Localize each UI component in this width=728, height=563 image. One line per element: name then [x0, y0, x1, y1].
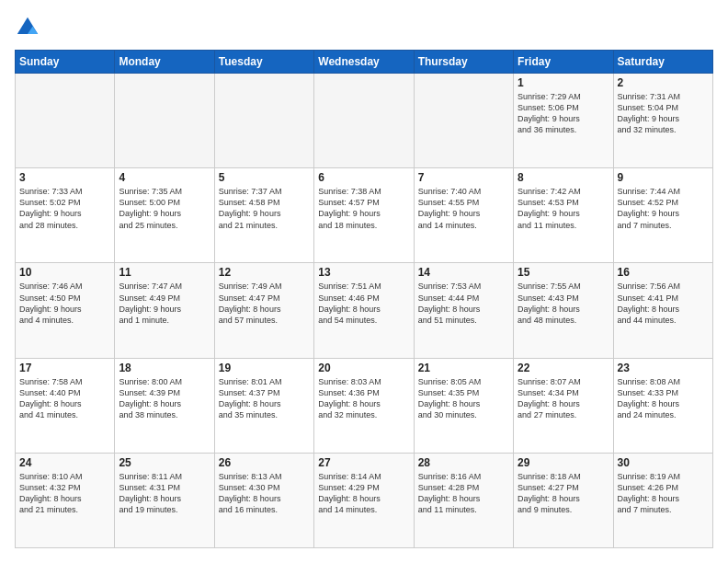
day-info: Sunrise: 8:14 AM Sunset: 4:29 PM Dayligh…: [318, 471, 409, 516]
calendar-week-4: 17Sunrise: 7:58 AM Sunset: 4:40 PM Dayli…: [16, 358, 713, 453]
calendar-week-2: 3Sunrise: 7:33 AM Sunset: 5:02 PM Daylig…: [16, 168, 713, 263]
day-info: Sunrise: 7:29 AM Sunset: 5:06 PM Dayligh…: [518, 91, 609, 136]
calendar-week-1: 1Sunrise: 7:29 AM Sunset: 5:06 PM Daylig…: [16, 74, 713, 168]
day-number: 19: [219, 362, 310, 374]
calendar-cell: 20Sunrise: 8:03 AM Sunset: 4:36 PM Dayli…: [314, 358, 414, 453]
day-number: 4: [119, 171, 210, 184]
calendar-cell: [414, 74, 513, 168]
day-info: Sunrise: 8:10 AM Sunset: 4:32 PM Dayligh…: [19, 471, 110, 516]
calendar-cell: 18Sunrise: 8:00 AM Sunset: 4:39 PM Dayli…: [115, 358, 214, 453]
header: [15, 15, 713, 40]
calendar-cell: 6Sunrise: 7:38 AM Sunset: 4:57 PM Daylig…: [314, 168, 414, 263]
day-info: Sunrise: 8:11 AM Sunset: 4:31 PM Dayligh…: [119, 471, 210, 516]
day-number: 14: [418, 266, 509, 279]
day-number: 29: [518, 456, 609, 469]
day-header-sunday: Sunday: [16, 51, 115, 74]
calendar-cell: 11Sunrise: 7:47 AM Sunset: 4:49 PM Dayli…: [115, 263, 214, 358]
day-info: Sunrise: 7:55 AM Sunset: 4:43 PM Dayligh…: [518, 281, 609, 326]
calendar-cell: [214, 74, 313, 168]
day-info: Sunrise: 7:47 AM Sunset: 4:49 PM Dayligh…: [119, 281, 210, 326]
calendar-cell: [314, 74, 414, 168]
day-number: 25: [119, 456, 210, 469]
calendar-week-3: 10Sunrise: 7:46 AM Sunset: 4:50 PM Dayli…: [16, 263, 713, 358]
day-number: 15: [518, 266, 609, 279]
logo: [15, 15, 44, 40]
calendar-week-5: 24Sunrise: 8:10 AM Sunset: 4:32 PM Dayli…: [16, 453, 713, 547]
calendar-cell: 29Sunrise: 8:18 AM Sunset: 4:27 PM Dayli…: [514, 453, 613, 547]
day-info: Sunrise: 7:49 AM Sunset: 4:47 PM Dayligh…: [219, 281, 310, 326]
day-info: Sunrise: 8:08 AM Sunset: 4:33 PM Dayligh…: [618, 376, 709, 421]
day-header-monday: Monday: [115, 51, 214, 74]
day-number: 16: [618, 266, 709, 279]
day-info: Sunrise: 7:35 AM Sunset: 5:00 PM Dayligh…: [119, 186, 210, 231]
day-number: 8: [518, 171, 609, 184]
day-number: 26: [219, 456, 310, 469]
day-info: Sunrise: 7:58 AM Sunset: 4:40 PM Dayligh…: [19, 376, 110, 421]
calendar-cell: 27Sunrise: 8:14 AM Sunset: 4:29 PM Dayli…: [314, 453, 414, 547]
day-number: 1: [518, 76, 609, 89]
day-info: Sunrise: 7:37 AM Sunset: 4:58 PM Dayligh…: [219, 186, 310, 231]
day-header-saturday: Saturday: [613, 51, 712, 74]
day-number: 22: [518, 362, 609, 374]
calendar-cell: 5Sunrise: 7:37 AM Sunset: 4:58 PM Daylig…: [214, 168, 313, 263]
day-info: Sunrise: 7:33 AM Sunset: 5:02 PM Dayligh…: [19, 186, 110, 231]
calendar-header-row: SundayMondayTuesdayWednesdayThursdayFrid…: [16, 51, 713, 74]
calendar-cell: 26Sunrise: 8:13 AM Sunset: 4:30 PM Dayli…: [214, 453, 313, 547]
logo-icon: [15, 15, 40, 40]
calendar-cell: 15Sunrise: 7:55 AM Sunset: 4:43 PM Dayli…: [514, 263, 613, 358]
day-number: 9: [618, 171, 709, 184]
day-number: 30: [618, 456, 709, 469]
day-info: Sunrise: 7:53 AM Sunset: 4:44 PM Dayligh…: [418, 281, 509, 326]
calendar-cell: 8Sunrise: 7:42 AM Sunset: 4:53 PM Daylig…: [514, 168, 613, 263]
day-number: 7: [418, 171, 509, 184]
day-number: 11: [119, 266, 210, 279]
calendar-cell: 19Sunrise: 8:01 AM Sunset: 4:37 PM Dayli…: [214, 358, 313, 453]
calendar-cell: 2Sunrise: 7:31 AM Sunset: 5:04 PM Daylig…: [613, 74, 712, 168]
day-number: 27: [318, 456, 409, 469]
day-number: 18: [119, 362, 210, 374]
day-number: 12: [219, 266, 310, 279]
day-info: Sunrise: 8:01 AM Sunset: 4:37 PM Dayligh…: [219, 376, 310, 421]
day-info: Sunrise: 8:00 AM Sunset: 4:39 PM Dayligh…: [119, 376, 210, 421]
calendar-cell: 23Sunrise: 8:08 AM Sunset: 4:33 PM Dayli…: [613, 358, 712, 453]
calendar-cell: 25Sunrise: 8:11 AM Sunset: 4:31 PM Dayli…: [115, 453, 214, 547]
calendar-table: SundayMondayTuesdayWednesdayThursdayFrid…: [15, 50, 713, 548]
calendar-cell: 12Sunrise: 7:49 AM Sunset: 4:47 PM Dayli…: [214, 263, 313, 358]
calendar-cell: 16Sunrise: 7:56 AM Sunset: 4:41 PM Dayli…: [613, 263, 712, 358]
calendar-cell: 7Sunrise: 7:40 AM Sunset: 4:55 PM Daylig…: [414, 168, 513, 263]
page: SundayMondayTuesdayWednesdayThursdayFrid…: [0, 0, 728, 563]
day-info: Sunrise: 8:16 AM Sunset: 4:28 PM Dayligh…: [418, 471, 509, 516]
calendar-cell: 10Sunrise: 7:46 AM Sunset: 4:50 PM Dayli…: [16, 263, 115, 358]
day-header-friday: Friday: [514, 51, 613, 74]
calendar-cell: 1Sunrise: 7:29 AM Sunset: 5:06 PM Daylig…: [514, 74, 613, 168]
day-number: 5: [219, 171, 310, 184]
day-number: 10: [19, 266, 110, 279]
day-info: Sunrise: 8:13 AM Sunset: 4:30 PM Dayligh…: [219, 471, 310, 516]
day-info: Sunrise: 8:19 AM Sunset: 4:26 PM Dayligh…: [618, 471, 709, 516]
calendar-cell: 21Sunrise: 8:05 AM Sunset: 4:35 PM Dayli…: [414, 358, 513, 453]
day-info: Sunrise: 7:31 AM Sunset: 5:04 PM Dayligh…: [618, 91, 709, 136]
day-header-wednesday: Wednesday: [314, 51, 414, 74]
day-info: Sunrise: 7:56 AM Sunset: 4:41 PM Dayligh…: [618, 281, 709, 326]
calendar-cell: 30Sunrise: 8:19 AM Sunset: 4:26 PM Dayli…: [613, 453, 712, 547]
day-number: 17: [19, 362, 110, 374]
day-info: Sunrise: 8:05 AM Sunset: 4:35 PM Dayligh…: [418, 376, 509, 421]
calendar-cell: [115, 74, 214, 168]
calendar-cell: 3Sunrise: 7:33 AM Sunset: 5:02 PM Daylig…: [16, 168, 115, 263]
day-number: 21: [418, 362, 509, 374]
day-header-thursday: Thursday: [414, 51, 513, 74]
calendar-cell: 13Sunrise: 7:51 AM Sunset: 4:46 PM Dayli…: [314, 263, 414, 358]
calendar-cell: 24Sunrise: 8:10 AM Sunset: 4:32 PM Dayli…: [16, 453, 115, 547]
calendar-cell: 14Sunrise: 7:53 AM Sunset: 4:44 PM Dayli…: [414, 263, 513, 358]
day-info: Sunrise: 7:40 AM Sunset: 4:55 PM Dayligh…: [418, 186, 509, 231]
calendar-cell: 28Sunrise: 8:16 AM Sunset: 4:28 PM Dayli…: [414, 453, 513, 547]
day-number: 24: [19, 456, 110, 469]
day-number: 20: [318, 362, 409, 374]
calendar-cell: 22Sunrise: 8:07 AM Sunset: 4:34 PM Dayli…: [514, 358, 613, 453]
day-number: 28: [418, 456, 509, 469]
day-number: 3: [19, 171, 110, 184]
day-number: 6: [318, 171, 409, 184]
calendar-cell: 9Sunrise: 7:44 AM Sunset: 4:52 PM Daylig…: [613, 168, 712, 263]
day-info: Sunrise: 8:18 AM Sunset: 4:27 PM Dayligh…: [518, 471, 609, 516]
day-number: 2: [618, 76, 709, 89]
